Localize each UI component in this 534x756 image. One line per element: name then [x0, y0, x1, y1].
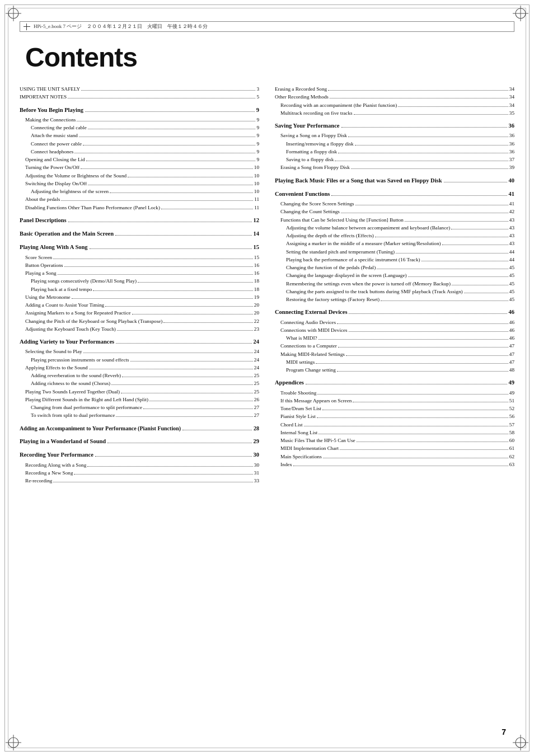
toc-dots	[355, 205, 508, 205]
toc-section-text: Recording Your Performance	[20, 450, 93, 459]
toc-entry: Adjusting the Keyboard Touch (Key Touch)…	[20, 325, 259, 333]
toc-section-heading-entry: Adding an Accompaniment to Your Performa…	[20, 424, 259, 433]
page-number-footer: 7	[502, 727, 506, 736]
toc-entry-wrap: Switching the Display On/Off10	[20, 180, 259, 187]
toc-entry-wrap: Changing the function of the pedals (Ped…	[275, 264, 514, 271]
toc-entry-text: Adding a Count to Assist Your Timing	[25, 301, 104, 309]
toc-dots	[85, 111, 255, 112]
toc-page: 41	[509, 190, 515, 199]
toc-entry-text: To switch from split to dual performance	[31, 411, 115, 419]
toc-dots	[74, 474, 252, 475]
toc-page: 34	[509, 93, 514, 101]
toc-page: 24	[254, 356, 259, 364]
toc-dots	[88, 185, 252, 185]
toc-entry-wrap: Other Recording Methods34	[275, 93, 514, 101]
toc-entry-text: Adjusting the Keyboard Touch (Key Touch)	[25, 325, 116, 333]
toc-section-line: Panel Descriptions12	[20, 216, 259, 225]
toc-dots	[353, 402, 508, 402]
toc-entry-text: Button Operations	[25, 261, 63, 269]
toc-dots	[328, 90, 508, 91]
toc-entry: Assigning Markers to a Song for Repeated…	[20, 309, 259, 317]
toc-entry-text: Playing songs consecutively (Demo/All So…	[31, 277, 137, 285]
header-text: HPi-5_e.book 7 ページ ２００４年１２月２１日 火曜日 午後１２時…	[34, 23, 208, 30]
toc-page: 9	[256, 148, 259, 156]
toc-page: 9	[256, 156, 259, 163]
toc-dots	[132, 314, 253, 314]
toc-dots	[182, 430, 252, 430]
toc-dots	[317, 417, 508, 418]
toc-entry: Connect headphones9	[20, 148, 259, 156]
toc-section-text: Appendices	[275, 378, 304, 387]
toc-entry-text: About the pedals	[25, 195, 60, 203]
toc-page: 36	[509, 132, 514, 139]
toc-entry: Inserting/removing a floppy disk36	[275, 140, 514, 148]
toc-dots	[377, 269, 508, 269]
toc-page: 49	[509, 389, 514, 397]
toc-entry-text: What is MIDI?	[286, 334, 317, 342]
toc-section-line: Before You Begin Playing9	[20, 106, 259, 115]
toc-page: 60	[509, 436, 514, 444]
toc-dots	[381, 300, 508, 301]
toc-entry: Music Files That the HPi-5 Can Use60	[275, 436, 514, 444]
toc-entry: Disabling Functions Other Than Piano Per…	[20, 204, 259, 212]
toc-dots	[163, 322, 252, 323]
toc-page: 12	[254, 216, 260, 225]
toc-entry-text: Recording with an accompaniment (the Pia…	[280, 101, 397, 109]
toc-entry: Turning the Power On/Off10	[20, 163, 259, 171]
toc-page: 34	[509, 85, 514, 93]
toc-entry-wrap: Index63	[275, 461, 514, 468]
toc-page: 46	[509, 308, 515, 317]
toc-entry-wrap: Chord List57	[275, 421, 514, 429]
toc-entry: Setting the standard pitch and temperame…	[275, 248, 514, 256]
toc-section-text: Panel Descriptions	[20, 216, 67, 225]
toc-entry-text: Changing the Pitch of the Keyboard or So…	[25, 317, 162, 325]
toc-entry: Changing the Score Screen Settings41	[275, 200, 514, 208]
toc-entry: Multitrack recording on five tracks35	[275, 109, 514, 117]
toc-entry-wrap: Playing Along With A Song15	[20, 243, 259, 252]
toc-dots	[318, 434, 508, 434]
toc-dots	[107, 443, 251, 443]
toc-entry: Applying Effects to the Sound24	[20, 364, 259, 372]
toc-entry-text: Program Change setting	[286, 366, 336, 374]
toc-section-heading-text: Playing Back Music Files or a Song that …	[275, 177, 442, 185]
toc-entry: Re-recording33	[20, 477, 259, 485]
toc-page: 61	[509, 444, 514, 452]
toc-dots	[161, 209, 253, 209]
toc-section-line: Adding Variety to Your Performances24	[20, 337, 259, 346]
toc-entry-wrap: Adjusting the Volume or Brightness of th…	[20, 172, 259, 180]
toc-section-line: Playing Along With A Song15	[20, 243, 259, 252]
toc-dots	[72, 298, 253, 299]
toc-entry-wrap: IMPORTANT NOTES5	[20, 93, 259, 101]
toc-entry-text: Playing back the performance of a specif…	[286, 256, 420, 264]
toc-page: 20	[254, 301, 259, 309]
toc-entry-text: Inserting/removing a floppy disk	[286, 140, 354, 148]
toc-entry-text: Switching the Display On/Off	[25, 180, 87, 187]
toc-entry: Index63	[275, 461, 514, 468]
toc-page: 30	[254, 461, 259, 469]
toc-entry-wrap: Making the Connections9	[20, 116, 259, 124]
toc-entry: Pianist Style List56	[275, 412, 514, 420]
toc-entry-wrap: Trouble Shooting49	[275, 389, 514, 397]
header-line: HPi-5_e.book 7 ページ ２００４年１２月２１日 火曜日 午後１２時…	[20, 21, 514, 32]
toc-page: 45	[509, 271, 514, 279]
toc-entry-wrap: Adjusting the depth of the effects (Effe…	[275, 232, 514, 240]
toc-page: 29	[254, 437, 260, 446]
toc-entry-wrap: Playing Two Sounds Layered Together (Dua…	[20, 388, 259, 396]
toc-entry-wrap: Formatting a floppy disk36	[275, 148, 514, 156]
toc-entry: Tone/Drum Set List52	[275, 405, 514, 412]
toc-entry: Playing Two Sounds Layered Together (Dua…	[20, 388, 259, 396]
toc-entry-text: Changing the language displayed in the s…	[286, 271, 407, 279]
toc-entry-wrap: Recording with an accompaniment (the Pia…	[275, 101, 514, 109]
toc-page: 22	[254, 317, 259, 325]
toc-dots	[64, 266, 253, 267]
toc-page: 18	[254, 285, 259, 293]
toc-page: 63	[509, 461, 514, 468]
toc-dots	[121, 393, 253, 393]
toc-entry-wrap: Applying Effects to the Sound24	[20, 364, 259, 372]
toc-dots	[348, 137, 508, 137]
toc-entry-text: Erasing a Recorded Song	[275, 85, 327, 93]
toc-entry-wrap: Turning the Power On/Off10	[20, 163, 259, 171]
toc-entry-text: Changing the function of the pedals (Ped…	[286, 264, 376, 271]
toc-entry: About the pedals11	[20, 195, 259, 203]
toc-section-text: Adding Variety to Your Performances	[20, 337, 114, 346]
